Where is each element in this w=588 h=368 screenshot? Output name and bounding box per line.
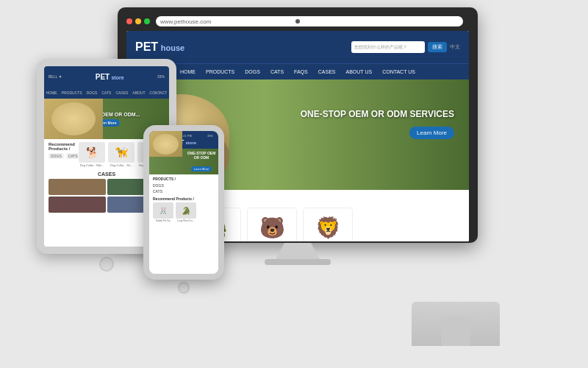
ps-prod-1[interactable]: 🐊 Long Plush Cro... bbox=[176, 202, 196, 222]
ts-sidebar-cats[interactable]: CATS bbox=[66, 153, 80, 159]
url-bar[interactable]: www.pethouse.com bbox=[156, 16, 463, 26]
ts-nav-cats[interactable]: CATS bbox=[101, 91, 111, 95]
ds-nav-faqs[interactable]: FAQS bbox=[294, 69, 308, 74]
ps-products-title: PRODUCTS / bbox=[153, 177, 215, 181]
ds-product-bear[interactable]: 🐻 Plush Bish Pet Toy bbox=[247, 208, 297, 241]
ps-battery: 33% bbox=[207, 134, 213, 138]
ts-header: BELL ▼ PET store 33% bbox=[44, 66, 169, 87]
ps-prod-img-1: 🐊 bbox=[176, 202, 196, 219]
bear-emoji: 🐻 bbox=[259, 216, 285, 240]
ps-hero-content: ONE-STOP OEM OR ODM Learn More bbox=[184, 151, 218, 173]
lion-emoji: 🦁 bbox=[315, 216, 341, 240]
ds-nav-about[interactable]: ABOUT US bbox=[345, 69, 372, 74]
phone-outer: BELL ▼ 4:21 PM 33% PET store ONE-S bbox=[143, 125, 224, 280]
scene: www.pethouse.com PET house 您想找到什么样的产品呢？ … bbox=[0, 0, 588, 368]
ds-nav-home[interactable]: HOME bbox=[180, 69, 196, 74]
ds-search-btn[interactable]: 搜索 bbox=[428, 42, 447, 52]
ts-battery: 33% bbox=[157, 74, 165, 79]
ds-hero-text: ONE-STOP OEM OR ODM SERVICES Learn More bbox=[301, 109, 454, 139]
ts-case-0[interactable] bbox=[49, 179, 106, 195]
ts-sidebar: Recommend Products / DOGS CATS bbox=[49, 142, 74, 167]
ts-logo: PET store bbox=[96, 73, 124, 81]
ts-prod-0[interactable]: 🐕 Dog Collar - Nile... bbox=[79, 142, 105, 167]
ps-products-mini: 🐰 Rabbit Pet Toy 🐊 Long Plush Cro... bbox=[153, 202, 215, 222]
ts-logo-store: store bbox=[111, 75, 123, 80]
ps-prod-label-1: Long Plush Cro... bbox=[176, 219, 196, 222]
ts-hero-img bbox=[44, 99, 103, 139]
ds-nav-products[interactable]: PRODUCTS bbox=[206, 69, 234, 74]
ps-hero-img bbox=[149, 131, 182, 157]
ds-nav-contact[interactable]: CONTACT US bbox=[382, 69, 415, 74]
ds-nav-cats[interactable]: CATS bbox=[270, 69, 284, 74]
ds-nav: HOME PRODUCTS DOGS CATS FAQS CASES ABOUT… bbox=[126, 63, 469, 79]
ps-sidebar: DOGS CATS bbox=[153, 183, 215, 194]
monitor-camera bbox=[295, 19, 300, 24]
url-text: www.pethouse.com bbox=[160, 18, 211, 25]
tablet-home-btn[interactable] bbox=[99, 257, 114, 272]
ds-hero-btn[interactable]: Learn More bbox=[409, 127, 454, 139]
ts-prod-img-1: 🦮 bbox=[108, 142, 135, 163]
ts-status: BELL ▼ bbox=[49, 74, 62, 79]
ds-nav-dogs[interactable]: DOGS bbox=[245, 69, 260, 74]
laptop-stand-arm bbox=[441, 316, 470, 346]
phone-camera bbox=[182, 127, 186, 130]
ts-nav-products[interactable]: PRODUCTS bbox=[62, 91, 82, 95]
monitor-base bbox=[265, 259, 331, 265]
ds-header: PET house 您想找到什么样的产品呢？ 搜索 中文 bbox=[126, 31, 469, 63]
ds-product-img-bear: 🐻 bbox=[247, 208, 297, 241]
ts-nav-about[interactable]: ABOUT bbox=[132, 91, 145, 95]
ds-search-box[interactable]: 您想找到什么样的产品呢？ bbox=[351, 41, 425, 53]
ps-hero-text: ONE-STOP OEM OR ODM bbox=[184, 151, 218, 160]
ds-product-lion[interactable]: 🦁 Lion Pet Toy bbox=[303, 208, 353, 241]
phone-home-btn[interactable] bbox=[178, 282, 190, 294]
ps-time: 4:21 PM bbox=[181, 134, 192, 138]
tablet-camera bbox=[104, 60, 109, 65]
ts-nav-home[interactable]: HOME bbox=[46, 91, 57, 95]
ds-product-img-lion: 🦁 bbox=[303, 208, 353, 241]
ds-logo-house: house bbox=[161, 43, 184, 52]
ds-logo: PET house bbox=[135, 40, 184, 54]
phone-screen: BELL ▼ 4:21 PM 33% PET store ONE-S bbox=[149, 131, 218, 274]
ds-lang-switch[interactable]: 中文 bbox=[450, 43, 460, 51]
traffic-lights bbox=[126, 18, 150, 24]
ts-products-label: Recommend Products / bbox=[49, 142, 74, 151]
ps-hero-btn[interactable]: Learn More bbox=[191, 166, 212, 171]
ps-hero: ONE-STOP OEM OR ODM Learn More bbox=[149, 149, 218, 174]
tl-green[interactable] bbox=[144, 18, 150, 24]
ts-nav-contact[interactable]: CONTACT bbox=[150, 91, 168, 95]
ds-nav-cases[interactable]: CASES bbox=[318, 69, 336, 74]
ts-nav-dogs[interactable]: DOGS bbox=[87, 91, 98, 95]
ds-logo-pet: PET bbox=[135, 40, 158, 53]
ps-content: PRODUCTS / DOGS CATS Recommend Products … bbox=[149, 174, 218, 224]
tl-yellow[interactable] bbox=[135, 18, 141, 24]
ts-case-2[interactable] bbox=[49, 197, 106, 213]
ts-nav-cases[interactable]: CASES bbox=[115, 91, 128, 95]
ts-prod-img-0: 🐕 bbox=[79, 142, 105, 163]
ts-nav: HOME PRODUCTS DOGS CATS CASES ABOUT CONT… bbox=[44, 87, 169, 99]
phone-device: BELL ▼ 4:21 PM 33% PET store ONE-S bbox=[143, 125, 224, 287]
ps-prod-0[interactable]: 🐰 Rabbit Pet Toy bbox=[153, 202, 173, 222]
ts-prod-label-0: Dog Collar - Nile... bbox=[79, 163, 105, 167]
monitor-stand bbox=[276, 243, 320, 259]
ps-prod-img-0: 🐰 bbox=[153, 202, 173, 219]
ts-sidebar-items: DOGS CATS bbox=[49, 153, 74, 159]
ds-search-area: 您想找到什么样的产品呢？ 搜索 中文 bbox=[351, 41, 460, 53]
ps-sidebar-dogs[interactable]: DOGS bbox=[153, 183, 215, 188]
ps-sidebar-cats[interactable]: CATS bbox=[153, 188, 215, 194]
ps-dog-shape bbox=[153, 134, 179, 155]
ts-logo-pet: PET bbox=[96, 73, 110, 81]
ds-search-placeholder: 您想找到什么样的产品呢？ bbox=[354, 44, 420, 51]
ts-prod-1[interactable]: 🦮 Dog Collar - Sil... bbox=[108, 142, 135, 167]
ps-recommend-title: Recommend Products / bbox=[153, 197, 215, 201]
ps-logo-store: store bbox=[186, 141, 197, 145]
ds-hero-title: ONE-STOP OEM OR ODM SERVICES bbox=[301, 109, 454, 121]
ts-dog-shape bbox=[51, 102, 96, 135]
ts-sidebar-dogs[interactable]: DOGS bbox=[49, 153, 64, 159]
tl-red[interactable] bbox=[126, 18, 132, 24]
ps-prod-label-0: Rabbit Pet Toy bbox=[153, 219, 173, 222]
ts-prod-label-1: Dog Collar - Sil... bbox=[108, 163, 135, 167]
